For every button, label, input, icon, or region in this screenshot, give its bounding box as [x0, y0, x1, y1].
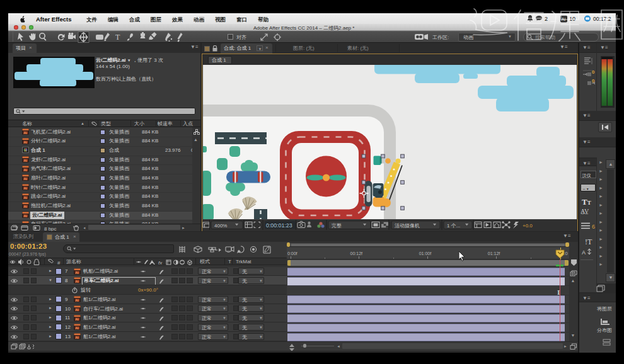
- svg-text:Ai: Ai: [23, 168, 27, 171]
- svg-text:Ai: Ai: [75, 336, 79, 339]
- svg-text:Ai: Ai: [75, 308, 79, 312]
- svg-text:T: T: [115, 33, 120, 42]
- svg-text:A: A: [582, 249, 586, 256]
- svg-text:活动摄像机: 活动摄像机: [395, 223, 420, 229]
- svg-text:8 bpc: 8 bpc: [44, 225, 57, 231]
- svg-text:#: #: [57, 259, 61, 265]
- svg-text:Ai: Ai: [23, 205, 27, 208]
- svg-text:Ai: Ai: [23, 140, 27, 144]
- svg-text:400%: 400%: [214, 223, 227, 229]
- svg-text:A̲V̲: A̲V̲: [581, 208, 589, 215]
- svg-text:Ai: Ai: [75, 299, 79, 302]
- svg-text:Ai: Ai: [23, 214, 27, 218]
- svg-text:fx: fx: [158, 259, 163, 265]
- svg-text:Ai: Ai: [23, 159, 27, 162]
- svg-text:+0.0: +0.0: [523, 223, 533, 229]
- svg-text:Ai: Ai: [23, 131, 27, 135]
- svg-text:Ai: Ai: [75, 317, 79, 321]
- svg-text:Ai: Ai: [75, 326, 79, 330]
- svg-text:Ai: Ai: [75, 280, 79, 283]
- svg-text:Ai: Ai: [23, 195, 27, 199]
- svg-text:完整: 完整: [332, 223, 342, 229]
- svg-text:Ai: Ai: [75, 270, 79, 274]
- svg-text:Ai: Ai: [23, 186, 27, 190]
- svg-text:0:00:01:23: 0:00:01:23: [266, 222, 292, 229]
- svg-text:6: 6: [592, 224, 595, 230]
- svg-text:1 个...: 1 个...: [447, 223, 460, 229]
- svg-text:Ai: Ai: [23, 177, 27, 181]
